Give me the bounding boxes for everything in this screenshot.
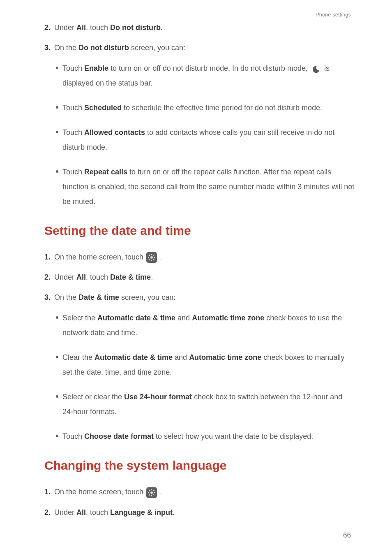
- text: Touch: [62, 128, 84, 137]
- step-number: 1.: [44, 486, 54, 498]
- text: Select or clear the: [62, 393, 124, 401]
- step-text: Under All, touch Language & input.: [54, 507, 355, 518]
- bullet-item: Select or clear the Use 24-hour format c…: [56, 389, 355, 419]
- bold-repeat-calls: Repeat calls: [84, 168, 127, 176]
- text: Under: [54, 273, 76, 281]
- text: .: [173, 508, 175, 517]
- bullet-item: Touch Choose date format to select how y…: [56, 429, 355, 444]
- text: On the home screen, touch: [54, 488, 145, 496]
- step-2: 2. Under All, touch Date & time.: [44, 272, 355, 283]
- bold-dnd: Do not disturb: [110, 23, 161, 32]
- text: On the: [54, 293, 78, 301]
- bold-enable: Enable: [84, 64, 108, 72]
- bold-dnd: Do not disturb: [78, 44, 129, 52]
- bullet-dot-icon: [56, 316, 58, 319]
- bullet-item: Clear the Automatic date & time and Auto…: [56, 350, 355, 380]
- step-number: 3.: [44, 42, 54, 53]
- svg-line-8: [154, 255, 154, 256]
- bullet-list: Touch Enable to turn on or off do not di…: [56, 61, 355, 209]
- step-number: 2.: [44, 22, 54, 33]
- svg-point-0: [150, 256, 153, 259]
- bold-auto-datetime: Automatic date & time: [95, 353, 173, 361]
- text: .: [158, 488, 162, 496]
- bold-auto-datetime: Automatic date & time: [97, 314, 175, 322]
- bold-all: All: [76, 23, 86, 32]
- bullet-text: Touch Choose date format to select how y…: [62, 429, 355, 444]
- step-1: 1. On the home screen, touch .: [44, 252, 355, 263]
- settings-icon: [146, 487, 157, 498]
- text: On the: [54, 44, 78, 52]
- bullet-text: Touch Allowed contacts to add contacts w…: [62, 125, 355, 155]
- text: Select the: [62, 314, 97, 322]
- text: , touch: [86, 508, 110, 517]
- text: screen, you can:: [129, 44, 185, 52]
- text: to select how you want the date to be di…: [154, 432, 313, 440]
- text: Touch: [62, 64, 84, 72]
- text: .: [151, 273, 153, 281]
- text: to schedule the effective time period fo…: [122, 104, 322, 112]
- svg-line-7: [149, 259, 150, 260]
- step-3: 3. On the Date & time screen, you can:: [44, 292, 355, 303]
- step-text: Under All, touch Do not disturb.: [54, 22, 355, 33]
- section-do-not-disturb: 2. Under All, touch Do not disturb. 3. O…: [44, 22, 355, 209]
- bullet-text: Touch Scheduled to schedule the effectiv…: [62, 100, 355, 115]
- bold-allowed-contacts: Allowed contacts: [84, 128, 145, 137]
- heading-date-time: Setting the date and time: [44, 224, 355, 238]
- bullet-item: Touch Enable to turn on or off do not di…: [56, 61, 355, 90]
- text: Under: [54, 508, 76, 517]
- bold-date-time: Date & time: [78, 293, 119, 301]
- bullet-dot-icon: [56, 170, 58, 173]
- settings-icon: [146, 252, 157, 263]
- bold-scheduled: Scheduled: [84, 104, 122, 112]
- bullet-item: Touch Allowed contacts to add contacts w…: [56, 125, 355, 155]
- bullet-text: Select or clear the Use 24-hour format c…: [62, 389, 355, 419]
- step-3: 3. On the Do not disturb screen, you can…: [44, 42, 355, 53]
- bullet-item: Touch Repeat calls to turn on or off the…: [56, 164, 355, 209]
- bullet-text: Touch Repeat calls to turn on or off the…: [62, 164, 355, 209]
- step-text: On the home screen, touch .: [54, 252, 355, 263]
- text: and: [175, 314, 192, 322]
- text: Under: [54, 23, 76, 32]
- text: , touch: [86, 23, 110, 32]
- bullet-dot-icon: [56, 106, 58, 109]
- bullet-text: Select the Automatic date & time and Aut…: [62, 310, 355, 340]
- text: to turn on or off do not disturb mode. I…: [108, 64, 310, 72]
- text: Clear the: [62, 353, 95, 361]
- section-language: 1. On the home screen, touch . 2. Under …: [44, 486, 355, 518]
- bullet-dot-icon: [56, 435, 58, 437]
- svg-line-15: [154, 494, 154, 495]
- section-date-time: 1. On the home screen, touch . 2. Under …: [44, 252, 355, 444]
- bold-24hour: Use 24-hour format: [124, 393, 192, 401]
- moon-icon: [311, 64, 321, 73]
- text: and: [173, 353, 189, 361]
- step-text: On the Do not disturb screen, you can:: [54, 42, 355, 53]
- text: .: [161, 23, 163, 32]
- text: Touch: [62, 168, 84, 176]
- bullet-item: Select the Automatic date & time and Aut…: [56, 310, 355, 340]
- text: Touch: [62, 432, 84, 440]
- step-text: On the Date & time screen, you can:: [54, 292, 355, 303]
- step-number: 3.: [44, 292, 54, 303]
- bullet-dot-icon: [56, 131, 58, 133]
- text: , touch: [86, 273, 110, 281]
- step-number: 2.: [44, 507, 54, 518]
- svg-line-6: [154, 259, 154, 260]
- bullet-dot-icon: [56, 356, 58, 358]
- svg-line-16: [149, 494, 150, 495]
- step-number: 1.: [44, 252, 54, 263]
- bold-date-format: Choose date format: [84, 432, 154, 440]
- bullet-text: Clear the Automatic date & time and Auto…: [62, 350, 355, 380]
- step-1: 1. On the home screen, touch .: [44, 486, 355, 498]
- bullet-list: Select the Automatic date & time and Aut…: [56, 310, 355, 444]
- page-number: 66: [343, 531, 351, 540]
- heading-language: Changing the system language: [44, 459, 355, 473]
- svg-line-5: [149, 255, 150, 256]
- bullet-dot-icon: [56, 67, 58, 69]
- svg-line-17: [154, 490, 154, 491]
- text: screen, you can:: [119, 293, 175, 301]
- step-text: Under All, touch Date & time.: [54, 272, 355, 283]
- bold-all: All: [76, 273, 86, 281]
- step-text: On the home screen, touch .: [54, 486, 355, 498]
- bullet-text: Touch Enable to turn on or off do not di…: [62, 61, 355, 90]
- text: Touch: [62, 104, 84, 112]
